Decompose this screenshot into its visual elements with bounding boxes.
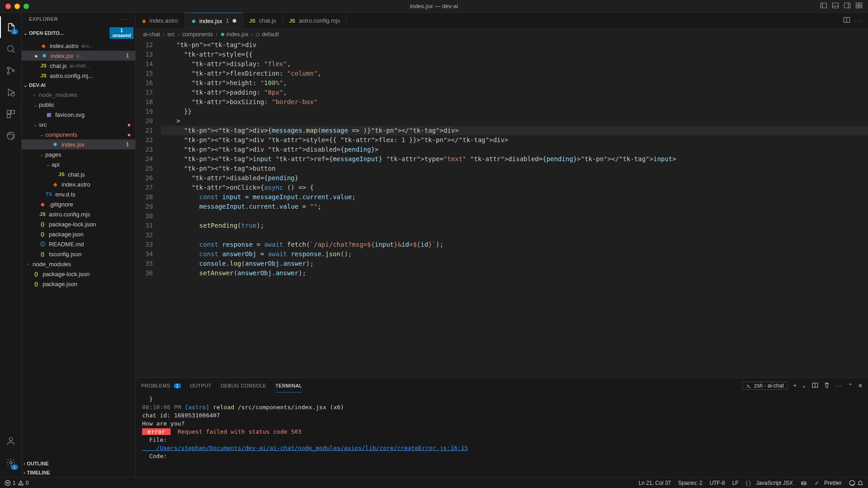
breadcrumb-item[interactable]: ai-chat <box>143 31 160 38</box>
file-item[interactable]: JSchat.js <box>22 169 135 179</box>
explorer-header: EXPLORER ··· <box>22 13 135 25</box>
status-eol[interactable]: LF <box>732 480 739 486</box>
panel-tab-debug[interactable]: DEBUG CONSOLE <box>220 379 266 392</box>
folder-item[interactable]: ›node_modules <box>22 259 135 269</box>
editor-tab[interactable]: ◈index.astro <box>136 13 185 29</box>
editor-tab[interactable]: ⚛index.jsx1 <box>185 13 243 29</box>
status-prettier[interactable]: ✓ Prettier <box>815 480 842 486</box>
panel-tab-output[interactable]: OUTPUT <box>190 379 212 392</box>
chevron-down-icon: ⌄ <box>24 31 27 36</box>
svg-point-10 <box>7 46 13 52</box>
close-panel-icon[interactable]: ✕ <box>858 383 863 389</box>
svg-rect-17 <box>7 110 10 114</box>
tab-actions: ··· <box>843 13 868 29</box>
activity-debug[interactable] <box>0 81 22 103</box>
folder-item[interactable]: ⌄pages <box>22 149 135 159</box>
activity-bar: 1 1 <box>0 13 22 477</box>
file-item[interactable]: TSenv.d.ts <box>22 189 135 199</box>
folder-item[interactable]: ›node_modules <box>22 90 135 100</box>
editor-tab[interactable]: JSastro.config.mjs <box>283 13 347 29</box>
terminal-selector[interactable]: zsh - ai-chat <box>742 382 788 390</box>
more-icon[interactable]: ··· <box>835 383 843 389</box>
svg-point-35 <box>804 483 805 483</box>
more-icon[interactable]: ··· <box>121 16 128 22</box>
activity-account[interactable] <box>0 430 22 452</box>
explorer-sidebar: EXPLORER ··· ⌄ OPEN EDITO... 1 unsaved ◈… <box>22 13 136 477</box>
code-editor[interactable]: 1213141516171819202122232425262728293031… <box>136 39 868 378</box>
chevron-right-icon: › <box>24 461 25 466</box>
file-item[interactable]: ⚛index.jsx1 <box>22 139 135 149</box>
status-spaces[interactable]: Spaces: 2 <box>678 480 702 486</box>
status-encoding[interactable]: UTF-8 <box>710 480 725 486</box>
activity-explorer[interactable]: 1 <box>0 16 22 38</box>
file-item[interactable]: {}package-lock.json <box>22 219 135 229</box>
toggle-secondary-icon[interactable] <box>844 2 851 10</box>
panel-tab-problems[interactable]: PROBLEMS 1 <box>141 379 181 392</box>
chevron-up-icon[interactable]: ⌃ <box>848 383 853 389</box>
folder-item[interactable]: ⌄src● <box>22 120 135 129</box>
chevron-down-icon[interactable]: ⌄ <box>802 383 806 389</box>
status-copilot[interactable] <box>800 479 807 487</box>
svg-rect-18 <box>11 110 14 114</box>
svg-rect-9 <box>859 6 862 8</box>
status-bell-icon[interactable] <box>857 480 863 486</box>
open-editor-item[interactable]: JSastro.config.mj... <box>22 71 135 81</box>
file-item[interactable]: {}package-lock.json <box>22 269 135 279</box>
file-item[interactable]: {}tsconfig.json <box>22 249 135 259</box>
breadcrumb-item[interactable]: src <box>167 31 175 38</box>
outline-header[interactable]: › OUTLINE <box>22 459 135 468</box>
svg-rect-8 <box>856 6 859 8</box>
folder-item[interactable]: ⌄api <box>22 159 135 169</box>
trash-icon[interactable] <box>824 382 830 390</box>
file-item[interactable]: JSastro.config.mjs <box>22 209 135 219</box>
panel-tab-terminal[interactable]: TERMINAL <box>276 379 302 392</box>
svg-point-22 <box>10 461 12 464</box>
toggle-sidebar-icon[interactable] <box>820 2 827 10</box>
terminal-output[interactable]: }08:10:06 PM [astro] reload /src/compone… <box>136 393 868 477</box>
activity-extensions[interactable] <box>0 103 22 125</box>
code-content[interactable]: "tk-pn"><"tk-tag">div "tk-attr">style={{… <box>161 39 868 378</box>
editor-tabs: ◈index.astro⚛index.jsx1JSchat.jsJSastro.… <box>136 13 868 29</box>
more-icon[interactable]: ··· <box>855 17 863 24</box>
layout-grid-icon[interactable] <box>855 2 863 10</box>
file-item[interactable]: {}package.json <box>22 229 135 239</box>
file-item[interactable]: ◈index.astro <box>22 179 135 189</box>
split-terminal-icon[interactable] <box>812 382 818 390</box>
file-item[interactable]: {}package.json <box>22 279 135 289</box>
activity-scm[interactable] <box>0 60 22 81</box>
file-item[interactable]: ▦favicon.svg <box>22 110 135 120</box>
editor-tab[interactable]: JSchat.js <box>243 13 283 29</box>
file-item[interactable]: ⓘREADME.md <box>22 239 135 249</box>
svg-point-34 <box>802 483 803 483</box>
file-item[interactable]: ◆.gitignore <box>22 199 135 209</box>
split-editor-icon[interactable] <box>843 16 850 25</box>
activity-search[interactable] <box>0 38 22 60</box>
status-errors[interactable]: 1 0 <box>5 480 29 486</box>
breadcrumbs[interactable]: ai-chat›src›components›⚛ index.jsx›◇ def… <box>136 29 868 39</box>
breadcrumb-item[interactable]: components <box>182 31 213 38</box>
close-window-button[interactable] <box>5 4 11 9</box>
activity-edge[interactable] <box>0 125 22 147</box>
project-header[interactable]: ⌄ DEV-AI <box>22 81 135 90</box>
timeline-header[interactable]: › TIMELINE <box>22 468 135 477</box>
status-language[interactable]: { } JavaScript JSX <box>746 480 793 486</box>
new-terminal-icon[interactable]: + <box>793 383 796 389</box>
folder-item[interactable]: ⌄public <box>22 100 135 110</box>
open-editor-item[interactable]: ◈index.astroai-c... <box>22 41 135 51</box>
svg-point-14 <box>12 70 14 72</box>
explorer-badge: 1 <box>11 29 18 34</box>
maximize-window-button[interactable] <box>24 4 29 9</box>
status-feedback-icon[interactable] <box>849 480 863 486</box>
svg-rect-4 <box>844 3 850 8</box>
minimize-window-button[interactable] <box>14 4 20 9</box>
status-cursor[interactable]: Ln 21, Col 37 <box>639 480 671 486</box>
activity-settings[interactable]: 1 <box>0 452 22 474</box>
breadcrumb-item[interactable]: ⚛ index.jsx <box>220 31 248 38</box>
open-editor-item[interactable]: JSchat.jsai-chat/... <box>22 61 135 71</box>
toggle-panel-icon[interactable] <box>832 2 839 10</box>
titlebar: index.jsx — dev-ai <box>0 0 868 13</box>
breadcrumb-item[interactable]: ◇ default <box>256 31 279 38</box>
open-editors-header[interactable]: ⌄ OPEN EDITO... 1 unsaved <box>22 25 135 41</box>
open-editor-item[interactable]: ●⚛index.jsxa...1 <box>22 51 135 61</box>
folder-item[interactable]: ⌄components● <box>22 129 135 139</box>
